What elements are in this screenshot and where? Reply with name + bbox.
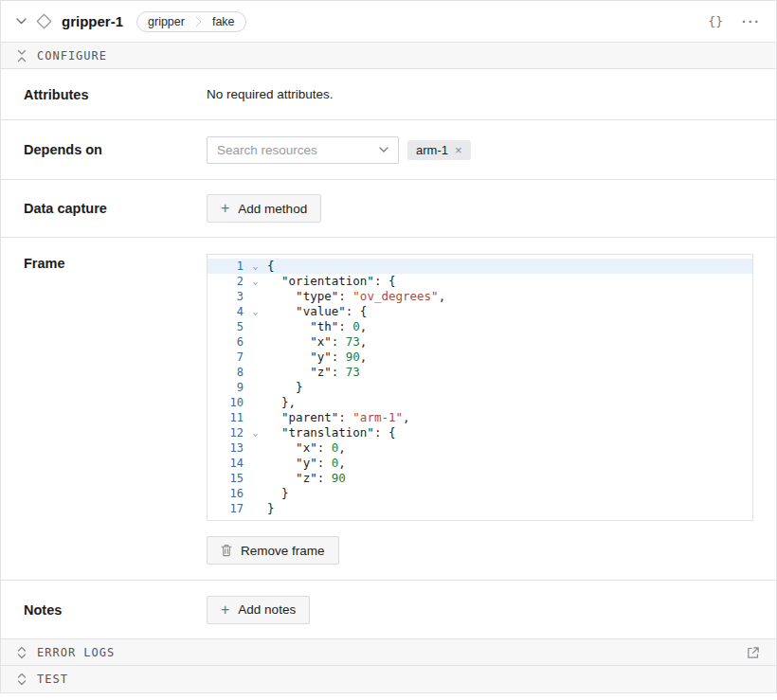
code-text: "translation": { bbox=[267, 425, 395, 440]
data-capture-row: Data capture + Add method bbox=[1, 180, 776, 238]
configure-section-bar[interactable]: CONFIGURE bbox=[1, 43, 776, 69]
depends-on-label: Depends on bbox=[24, 142, 207, 157]
fold-chevron-icon[interactable]: ⌄ bbox=[244, 425, 267, 440]
fold-gutter bbox=[244, 350, 267, 365]
code-line[interactable]: 14 "y": 0, bbox=[208, 456, 752, 471]
test-section-label: TEST bbox=[37, 673, 68, 686]
error-logs-section-bar[interactable]: ERROR LOGS bbox=[1, 639, 776, 666]
code-line[interactable]: 6 "x": 73, bbox=[208, 334, 752, 350]
line-number: 17 bbox=[208, 501, 244, 516]
fold-gutter bbox=[244, 289, 267, 304]
code-line[interactable]: 16 } bbox=[208, 486, 752, 501]
open-external-icon[interactable] bbox=[747, 646, 760, 659]
code-text: "parent": "arm-1", bbox=[267, 410, 410, 425]
code-text: }, bbox=[267, 395, 296, 410]
line-number: 8 bbox=[208, 365, 244, 380]
plus-icon: + bbox=[221, 201, 229, 216]
json-mode-icon[interactable]: {} bbox=[708, 14, 723, 28]
collapse-vertical-icon bbox=[17, 49, 27, 63]
line-number: 4 bbox=[208, 304, 244, 319]
remove-frame-label: Remove frame bbox=[241, 544, 325, 558]
trash-icon bbox=[221, 544, 232, 557]
code-line[interactable]: 5 "th": 0, bbox=[208, 319, 752, 334]
test-section-bar[interactable]: TEST bbox=[1, 666, 776, 692]
component-card: gripper-1 gripper fake {} ··· CONFIGURE … bbox=[0, 0, 777, 693]
remove-frame-button[interactable]: Remove frame bbox=[207, 536, 339, 565]
add-method-button[interactable]: + Add method bbox=[207, 194, 321, 223]
badge-model-label: fake bbox=[202, 12, 245, 31]
add-notes-button[interactable]: + Add notes bbox=[207, 596, 310, 624]
notes-label: Notes bbox=[24, 602, 207, 618]
code-text: "orientation": { bbox=[267, 274, 395, 289]
attributes-message: No required attributes. bbox=[207, 87, 334, 101]
expand-vertical-icon bbox=[17, 673, 27, 686]
fold-chevron-icon[interactable]: ⌄ bbox=[244, 274, 267, 289]
add-method-label: Add method bbox=[238, 202, 307, 216]
notes-row: Notes + Add notes bbox=[1, 581, 776, 639]
fold-gutter bbox=[244, 456, 267, 471]
fold-gutter bbox=[244, 471, 267, 486]
code-line[interactable]: 8 "z": 73 bbox=[208, 365, 752, 380]
expand-vertical-icon bbox=[17, 646, 27, 659]
data-capture-label: Data capture bbox=[24, 201, 207, 216]
search-resources-select[interactable]: Search resources bbox=[207, 136, 399, 164]
code-text: "type": "ov_degrees", bbox=[267, 289, 445, 304]
fold-gutter bbox=[244, 440, 267, 456]
fold-gutter bbox=[244, 486, 267, 501]
code-line[interactable]: 11 "parent": "arm-1", bbox=[208, 410, 752, 425]
code-line[interactable]: 17} bbox=[208, 501, 752, 516]
chip-label: arm-1 bbox=[416, 143, 448, 157]
line-number: 6 bbox=[208, 334, 244, 350]
plus-icon: + bbox=[221, 602, 229, 618]
code-line[interactable]: 15 "z": 90 bbox=[208, 471, 752, 486]
code-text: "x": 73, bbox=[267, 334, 367, 350]
code-line[interactable]: 13 "x": 0, bbox=[208, 440, 752, 456]
configure-section-label: CONFIGURE bbox=[37, 49, 107, 63]
code-text: "x": 0, bbox=[267, 440, 346, 456]
code-text: "value": { bbox=[267, 304, 367, 319]
line-number: 13 bbox=[208, 440, 244, 456]
error-logs-section-label: ERROR LOGS bbox=[37, 646, 115, 659]
chip-remove-icon[interactable]: × bbox=[455, 144, 462, 156]
code-line[interactable]: 12⌄ "translation": { bbox=[208, 425, 752, 440]
search-resources-placeholder: Search resources bbox=[217, 143, 317, 157]
fold-gutter bbox=[244, 334, 267, 350]
code-text: { bbox=[267, 259, 275, 274]
header-actions: {} ··· bbox=[708, 14, 761, 28]
frame-label: Frame bbox=[24, 254, 207, 271]
add-notes-label: Add notes bbox=[238, 602, 296, 617]
line-number: 5 bbox=[208, 319, 244, 334]
badge-type-label: gripper bbox=[137, 12, 195, 31]
depends-on-row: Depends on Search resources arm-1 × bbox=[1, 120, 776, 180]
code-text: "th": 0, bbox=[267, 319, 367, 334]
code-line[interactable]: 1⌄{ bbox=[208, 259, 752, 274]
dependency-chip-arm-1: arm-1 × bbox=[407, 140, 471, 160]
line-number: 10 bbox=[208, 395, 244, 410]
component-header: gripper-1 gripper fake {} ··· bbox=[1, 1, 776, 43]
line-number: 11 bbox=[208, 410, 244, 425]
code-text: } bbox=[267, 486, 289, 501]
line-number: 1 bbox=[208, 259, 244, 274]
code-line[interactable]: 4⌄ "value": { bbox=[208, 304, 752, 319]
fold-gutter bbox=[244, 410, 267, 425]
code-text: } bbox=[267, 501, 275, 516]
fold-chevron-icon[interactable]: ⌄ bbox=[244, 259, 267, 274]
code-line[interactable]: 10 }, bbox=[208, 395, 752, 410]
overflow-menu-icon[interactable]: ··· bbox=[742, 18, 761, 26]
code-line[interactable]: 9 } bbox=[208, 380, 752, 395]
code-text: "z": 73 bbox=[267, 365, 360, 380]
line-number: 12 bbox=[208, 425, 244, 440]
line-number: 15 bbox=[208, 471, 244, 486]
code-editor[interactable]: 1⌄{2⌄ "orientation": {3 "type": "ov_degr… bbox=[207, 254, 753, 521]
line-number: 14 bbox=[208, 456, 244, 471]
fold-gutter bbox=[244, 319, 267, 334]
chevron-down-icon bbox=[379, 147, 388, 153]
fold-chevron-icon[interactable]: ⌄ bbox=[244, 304, 267, 319]
code-line[interactable]: 3 "type": "ov_degrees", bbox=[208, 289, 752, 304]
line-number: 2 bbox=[208, 274, 244, 289]
code-text: "y": 90, bbox=[267, 350, 367, 365]
code-line[interactable]: 2⌄ "orientation": { bbox=[208, 274, 752, 289]
attributes-label: Attributes bbox=[24, 87, 207, 102]
collapse-chevron-icon[interactable] bbox=[16, 18, 27, 25]
code-line[interactable]: 7 "y": 90, bbox=[208, 350, 752, 365]
